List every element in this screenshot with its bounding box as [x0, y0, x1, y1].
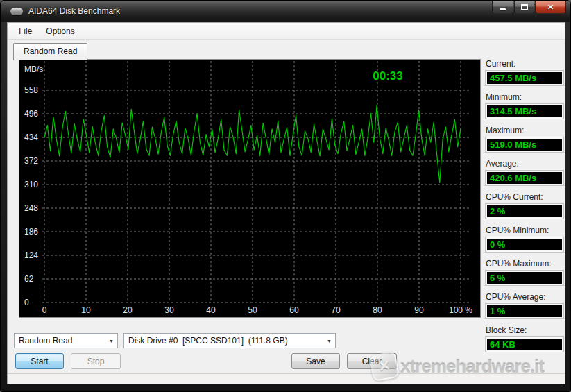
client-area: File Options Random Read 558496434372310…: [7, 22, 565, 384]
save-button[interactable]: Save: [291, 353, 340, 369]
stat-cpu-maximum-label: CPU% Maximum:: [486, 259, 563, 269]
start-button[interactable]: Start: [15, 353, 64, 369]
stat-cpu-maximum: CPU% Maximum: 6 %: [486, 259, 563, 285]
svg-text:40: 40: [206, 305, 216, 315]
menu-file[interactable]: File: [12, 24, 39, 38]
stat-cpu-average-value: 1 %: [486, 304, 563, 318]
svg-text:80: 80: [373, 305, 382, 315]
stat-current: Current: 457.5 MB/s: [486, 59, 563, 85]
stat-minimum-label: Minimum:: [486, 92, 563, 102]
stat-average: Average: 420.6 MB/s: [486, 159, 563, 185]
svg-text:100 %: 100 %: [449, 305, 472, 315]
svg-text:186: 186: [24, 227, 38, 237]
svg-text:50: 50: [248, 305, 257, 315]
benchmark-type-value: Random Read: [15, 336, 105, 346]
stat-cpu-minimum: CPU% Minimum: 0 %: [486, 225, 563, 252]
close-button[interactable]: ✕: [535, 1, 566, 14]
benchmark-chart: 558496434372310248186124620MB/s010203040…: [19, 59, 481, 318]
minimize-button[interactable]: [492, 1, 513, 14]
app-window: AIDA64 Disk Benchmark ✕ File Options Ran…: [0, 0, 571, 392]
menu-options[interactable]: Options: [39, 24, 81, 38]
stat-cpu-maximum-value: 6 %: [486, 271, 563, 285]
svg-text:0: 0: [24, 298, 29, 307]
app-icon: [10, 8, 23, 15]
stat-block-size-value: 64 KB: [486, 337, 563, 352]
stat-maximum-label: Maximum:: [486, 126, 563, 135]
stat-maximum-value: 519.0 MB/s: [486, 137, 563, 152]
stats-panel: Current: 457.5 MB/s Minimum: 314.5 MB/s …: [486, 59, 563, 359]
svg-text:20: 20: [123, 305, 133, 315]
maximize-icon: [521, 4, 528, 10]
svg-text:60: 60: [289, 305, 299, 315]
stat-cpu-current: CPU% Current: 2 %: [486, 192, 563, 219]
drive-select[interactable]: Disk Drive #0 [SPCC SSD101] (111.8 GB) ▼: [123, 333, 336, 348]
stat-minimum: Minimum: 314.5 MB/s: [486, 92, 563, 119]
chevron-down-icon: ▼: [323, 339, 335, 343]
menu-bar: File Options: [8, 23, 565, 40]
stat-cpu-average: CPU% Average: 1 %: [486, 292, 563, 318]
stat-average-value: 420.6 MB/s: [486, 171, 563, 185]
stat-minimum-value: 314.5 MB/s: [486, 104, 563, 119]
window-title: AIDA64 Disk Benchmark: [28, 6, 120, 16]
stop-button[interactable]: Stop: [71, 353, 121, 369]
svg-text:124: 124: [24, 250, 38, 260]
chevron-down-icon: ▼: [105, 339, 117, 343]
drive-select-value: Disk Drive #0 [SPCC SSD101] (111.8 GB): [124, 336, 323, 346]
svg-text:310: 310: [24, 180, 38, 189]
svg-text:558: 558: [24, 85, 38, 95]
svg-text:248: 248: [24, 203, 38, 213]
svg-text:90: 90: [414, 305, 424, 315]
stat-cpu-minimum-label: CPU% Minimum:: [486, 225, 563, 235]
stat-cpu-current-value: 2 %: [486, 204, 563, 219]
benchmark-type-select[interactable]: Random Read ▼: [14, 333, 118, 348]
stat-block-size: Block Size: 64 KB: [486, 325, 563, 352]
clear-button[interactable]: Clear: [347, 353, 397, 369]
svg-text:496: 496: [24, 109, 38, 119]
stat-cpu-average-label: CPU% Average:: [486, 292, 563, 302]
stat-current-value: 457.5 MB/s: [486, 71, 563, 85]
status-strip: [8, 373, 565, 384]
svg-text:00:33: 00:33: [373, 69, 402, 83]
stat-cpu-current-label: CPU% Current:: [486, 192, 563, 202]
close-icon: ✕: [547, 1, 554, 13]
svg-text:62: 62: [24, 274, 34, 284]
tab-random-read[interactable]: Random Read: [13, 43, 87, 60]
svg-text:0: 0: [42, 305, 47, 315]
svg-text:372: 372: [24, 156, 38, 166]
title-bar[interactable]: AIDA64 Disk Benchmark ✕: [1, 1, 571, 22]
svg-text:434: 434: [24, 133, 38, 142]
stat-cpu-minimum-value: 0 %: [486, 237, 563, 252]
stat-maximum: Maximum: 519.0 MB/s: [486, 126, 563, 152]
minimize-icon: [500, 8, 506, 10]
svg-text:70: 70: [331, 305, 341, 315]
chart-canvas: 558496434372310248186124620MB/s010203040…: [19, 60, 480, 317]
stat-average-label: Average:: [486, 159, 563, 169]
svg-text:10: 10: [81, 305, 91, 315]
stat-current-label: Current:: [486, 59, 563, 69]
svg-text:30: 30: [164, 305, 174, 315]
svg-text:MB/s: MB/s: [24, 65, 43, 74]
maximize-button[interactable]: [514, 1, 534, 14]
stat-block-size-label: Block Size:: [486, 325, 563, 335]
caption-buttons: ✕: [491, 1, 566, 14]
